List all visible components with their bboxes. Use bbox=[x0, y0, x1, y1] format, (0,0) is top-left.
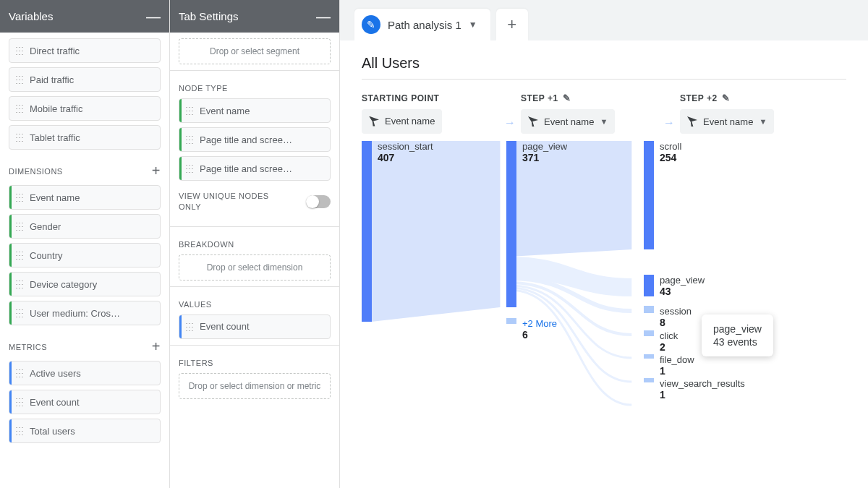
arrow-icon: → bbox=[499, 98, 521, 129]
segment-chip[interactable]: Paid traffic bbox=[9, 67, 161, 92]
nodetype-chip[interactable]: Page title and scree… bbox=[179, 127, 331, 152]
sankey-more-link[interactable]: +2 More 6 bbox=[506, 318, 557, 341]
filters-title: FILTERS bbox=[179, 359, 331, 367]
add-dimension-icon[interactable]: + bbox=[152, 163, 161, 179]
tab-bar: ✎ Path analysis 1 ▼ + bbox=[340, 0, 868, 40]
analysis-tab[interactable]: ✎ Path analysis 1 ▼ bbox=[354, 9, 490, 40]
filters-dropzone[interactable]: Drop or select dimension or metric bbox=[179, 373, 331, 399]
metric-chip[interactable]: Active users bbox=[9, 361, 161, 385]
metrics-title: METRICS + bbox=[9, 338, 161, 355]
sankey-node[interactable]: file_dow 1 bbox=[644, 354, 694, 377]
path-chart: session_start 407 page_view 371 bbox=[362, 141, 846, 459]
dimensions-title: DIMENSIONS + bbox=[9, 163, 161, 179]
canvas-heading: All Users bbox=[362, 55, 846, 80]
breakdown-title: BREAKDOWN bbox=[179, 240, 331, 249]
pencil-icon: ✎ bbox=[362, 15, 380, 34]
breakdown-dropzone[interactable]: Drop or select dimension bbox=[179, 254, 331, 281]
step2-label: STEP +2✎ bbox=[680, 93, 817, 103]
unique-nodes-toggle[interactable] bbox=[306, 195, 331, 208]
sankey-node[interactable]: click 2 bbox=[644, 330, 678, 353]
canvas: All Users STARTING POINT Event name → ST… bbox=[340, 40, 868, 488]
sankey-node[interactable]: view_search_results 1 bbox=[644, 378, 745, 401]
tab-settings-title: Tab Settings bbox=[179, 10, 239, 22]
starting-point-label: STARTING POINT bbox=[362, 93, 499, 103]
add-tab-button[interactable]: + bbox=[496, 9, 528, 40]
dimension-chip[interactable]: User medium: Cros… bbox=[9, 301, 161, 325]
value-chip[interactable]: Event count bbox=[179, 314, 331, 339]
collapse-icon[interactable]: — bbox=[316, 9, 331, 24]
sankey-node[interactable]: session_start 407 bbox=[362, 141, 433, 322]
add-metric-icon[interactable]: + bbox=[152, 338, 161, 355]
arrow-icon: → bbox=[658, 98, 680, 129]
segment-dropzone[interactable]: Drop or select segment bbox=[179, 38, 331, 64]
nodetype-chip[interactable]: Event name bbox=[179, 98, 331, 123]
nodetype-chip[interactable]: Page title and scree… bbox=[179, 156, 331, 181]
segment-chip[interactable]: Tablet traffic bbox=[9, 125, 161, 150]
metric-chip[interactable]: Total users bbox=[9, 419, 161, 443]
cursor-icon bbox=[369, 116, 379, 127]
sankey-node[interactable]: page_view 43 bbox=[644, 275, 705, 297]
sankey-node[interactable]: session 8 bbox=[644, 306, 692, 328]
dimension-chip[interactable]: Country bbox=[9, 243, 161, 267]
pencil-icon[interactable]: ✎ bbox=[563, 93, 571, 103]
metric-chip[interactable]: Event count bbox=[9, 390, 161, 414]
chevron-down-icon: ▼ bbox=[759, 117, 767, 126]
chevron-down-icon[interactable]: ▼ bbox=[469, 20, 477, 30]
tab-settings-panel: Tab Settings — Drop or select segment NO… bbox=[170, 0, 340, 488]
tab-settings-header: Tab Settings — bbox=[170, 0, 339, 33]
cursor-icon bbox=[528, 116, 538, 127]
chevron-down-icon: ▼ bbox=[600, 117, 608, 126]
nodetype-title: NODE TYPE bbox=[179, 84, 331, 93]
sankey-node[interactable]: scroll 254 bbox=[644, 141, 681, 249]
dimension-chip[interactable]: Device category bbox=[9, 272, 161, 296]
starting-point-selector[interactable]: Event name bbox=[362, 109, 442, 134]
step2-selector[interactable]: Event name ▼ bbox=[680, 109, 774, 134]
step1-label: STEP +1✎ bbox=[521, 93, 658, 103]
segment-chip[interactable]: Mobile traffic bbox=[9, 96, 161, 121]
values-title: VALUES bbox=[179, 300, 331, 309]
collapse-icon[interactable]: — bbox=[146, 9, 161, 24]
pencil-icon[interactable]: ✎ bbox=[722, 93, 731, 103]
dimension-chip[interactable]: Event name bbox=[9, 185, 161, 210]
unique-nodes-label: VIEW UNIQUE NODES ONLY bbox=[179, 191, 280, 213]
main-area: ✎ Path analysis 1 ▼ + All Users STARTING… bbox=[340, 0, 868, 488]
dimension-chip[interactable]: Gender bbox=[9, 214, 161, 239]
tab-label: Path analysis 1 bbox=[388, 19, 461, 31]
variables-panel: Variables — Direct traffic Paid traffic … bbox=[0, 0, 170, 488]
cursor-icon bbox=[687, 116, 697, 127]
variables-title: Variables bbox=[9, 10, 53, 22]
tooltip: page_view 43 events bbox=[702, 314, 773, 356]
sankey-node[interactable]: page_view 371 bbox=[506, 141, 567, 307]
step1-selector[interactable]: Event name ▼ bbox=[521, 109, 615, 134]
segment-chip[interactable]: Direct traffic bbox=[9, 38, 161, 63]
variables-header: Variables — bbox=[0, 0, 169, 33]
